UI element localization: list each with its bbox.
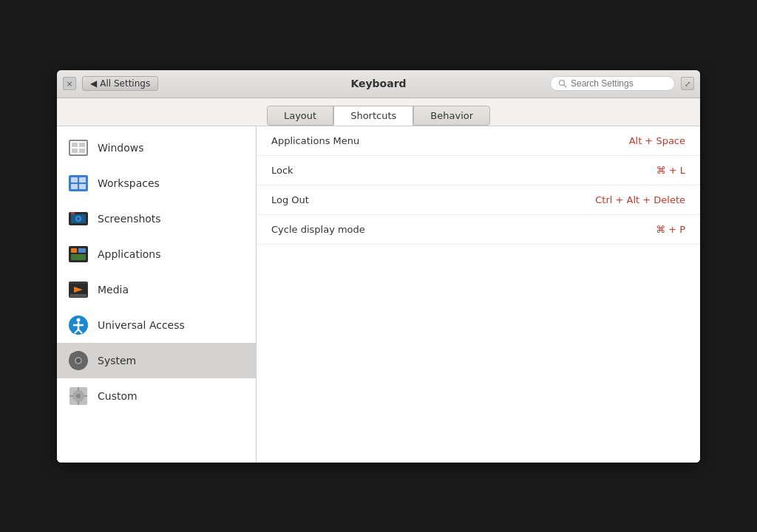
- svg-rect-43: [78, 401, 79, 405]
- back-button[interactable]: ◀ All Settings: [82, 76, 158, 91]
- svg-point-15: [77, 217, 80, 220]
- shortcut-row[interactable]: Log Out Ctrl + Alt + Delete: [257, 185, 700, 215]
- shortcut-key: Alt + Space: [629, 135, 685, 146]
- windows-icon: [68, 137, 89, 158]
- sidebar-universal-access-label: Universal Access: [98, 319, 185, 331]
- sidebar: Windows Workspaces: [57, 126, 257, 463]
- main-window: × ◀ All Settings Keyboard ⤢ Layout Short…: [57, 70, 700, 463]
- svg-rect-34: [78, 351, 80, 355]
- shortcut-key: ⌘ + L: [656, 165, 685, 176]
- sidebar-workspaces-label: Workspaces: [98, 177, 160, 189]
- svg-rect-20: [71, 254, 86, 260]
- shortcut-key: Ctrl + Alt + Delete: [595, 194, 685, 205]
- svg-rect-42: [78, 387, 79, 391]
- sidebar-item-system[interactable]: System: [57, 343, 256, 378]
- shortcuts-list: Applications Menu Alt + Space Lock ⌘ + L…: [257, 126, 700, 245]
- system-icon: [68, 350, 89, 371]
- sidebar-media-label: Media: [98, 284, 129, 296]
- sidebar-item-universal-access[interactable]: Universal Access: [57, 307, 256, 343]
- close-icon: ×: [66, 79, 72, 89]
- back-arrow-icon: ◀: [90, 78, 97, 89]
- shortcut-row[interactable]: Applications Menu Alt + Space: [257, 126, 700, 156]
- tab-layout[interactable]: Layout: [267, 106, 333, 126]
- search-box[interactable]: [550, 76, 675, 91]
- workspaces-icon: [68, 173, 89, 194]
- close-button[interactable]: ×: [63, 77, 76, 90]
- svg-rect-3: [72, 143, 78, 147]
- svg-rect-9: [79, 177, 86, 183]
- media-icon: [68, 279, 89, 300]
- svg-rect-24: [70, 294, 86, 297]
- sidebar-item-screenshots[interactable]: Screenshots: [57, 201, 256, 236]
- svg-point-33: [76, 358, 81, 363]
- tabs-bar: Layout Shortcuts Behavior: [57, 98, 700, 126]
- sidebar-item-custom[interactable]: Custom: [57, 378, 256, 414]
- svg-rect-11: [79, 184, 86, 189]
- tab-behavior[interactable]: Behavior: [413, 106, 490, 126]
- shortcut-row[interactable]: Cycle display mode ⌘ + P: [257, 215, 700, 245]
- svg-rect-19: [78, 248, 86, 253]
- svg-point-0: [560, 81, 565, 86]
- screenshots-icon: [68, 208, 89, 229]
- maximize-button[interactable]: ⤢: [681, 77, 694, 90]
- shortcut-name: Log Out: [271, 194, 595, 205]
- svg-rect-16: [71, 212, 75, 214]
- svg-rect-36: [69, 359, 72, 361]
- main-panel: Applications Menu Alt + Space Lock ⌘ + L…: [257, 126, 700, 463]
- window-title: Keyboard: [350, 78, 406, 89]
- svg-rect-10: [71, 184, 78, 189]
- sidebar-item-workspaces[interactable]: Workspaces: [57, 166, 256, 201]
- svg-rect-44: [69, 395, 73, 397]
- sidebar-item-windows[interactable]: Windows: [57, 130, 256, 166]
- applications-icon: [68, 244, 89, 265]
- sidebar-applications-label: Applications: [98, 248, 161, 260]
- svg-point-41: [76, 394, 81, 398]
- sidebar-item-applications[interactable]: Applications: [57, 236, 256, 272]
- svg-rect-37: [84, 359, 88, 361]
- shortcut-key: ⌘ + P: [656, 224, 685, 235]
- svg-rect-18: [71, 248, 77, 253]
- search-input[interactable]: [571, 78, 667, 89]
- svg-rect-45: [84, 395, 87, 397]
- maximize-icon: ⤢: [685, 80, 690, 88]
- custom-icon: [68, 386, 89, 406]
- svg-rect-35: [78, 366, 80, 370]
- search-icon: [558, 79, 567, 88]
- shortcut-name: Cycle display mode: [271, 224, 656, 235]
- sidebar-custom-label: Custom: [98, 390, 138, 402]
- sidebar-item-media[interactable]: Media: [57, 272, 256, 307]
- sidebar-windows-label: Windows: [98, 142, 144, 154]
- svg-rect-5: [72, 149, 78, 153]
- svg-rect-6: [79, 149, 85, 153]
- content-area: Windows Workspaces: [57, 126, 700, 463]
- back-label: All Settings: [100, 78, 150, 89]
- titlebar: × ◀ All Settings Keyboard ⤢: [57, 70, 700, 98]
- universal-access-icon: [68, 315, 89, 335]
- svg-point-26: [77, 318, 81, 321]
- svg-line-1: [564, 85, 566, 87]
- sidebar-system-label: System: [98, 355, 136, 366]
- svg-rect-8: [71, 177, 78, 183]
- shortcut-name: Lock: [271, 165, 656, 176]
- svg-rect-4: [79, 143, 85, 147]
- sidebar-screenshots-label: Screenshots: [98, 213, 161, 225]
- shortcut-name: Applications Menu: [271, 135, 629, 146]
- tab-shortcuts[interactable]: Shortcuts: [333, 106, 413, 126]
- shortcut-row[interactable]: Lock ⌘ + L: [257, 156, 700, 185]
